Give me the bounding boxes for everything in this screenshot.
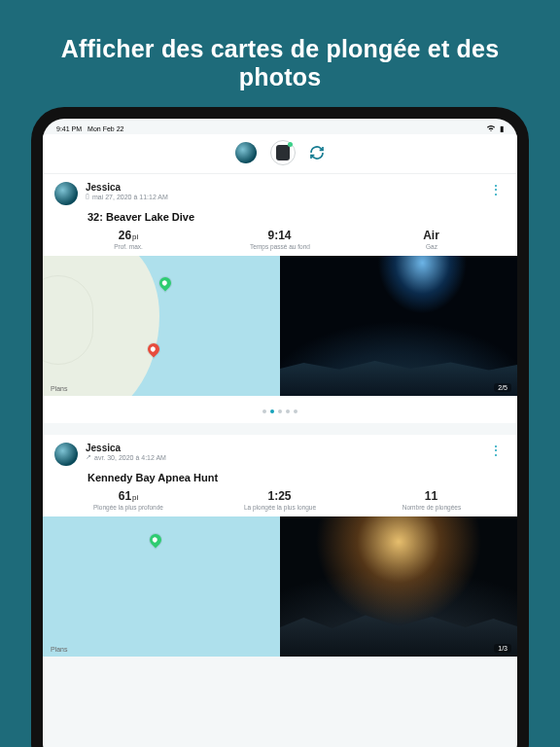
device-watch-button[interactable] — [270, 140, 296, 165]
username: Jessica — [86, 182, 485, 193]
photo-counter: 1/3 — [494, 644, 511, 653]
map-attribution: Plans — [49, 385, 68, 392]
battery-icon: ▮ — [500, 124, 504, 133]
photo-pane[interactable]: 2/5 — [280, 256, 517, 396]
datetime: ▯ mai 27, 2020 à 11:12 AM — [86, 193, 485, 200]
profile-avatar-button[interactable] — [235, 142, 257, 163]
dive-card[interactable]: Jessica ▯ mai 27, 2020 à 11:12 AM ⋮ 32: … — [43, 174, 517, 423]
media-row[interactable]: Plans 1/3 — [43, 516, 517, 657]
stat-max-depth: 26pi Prof. max. — [52, 229, 204, 250]
map-pane[interactable]: Plans — [43, 256, 280, 396]
promo-title: Afficher des cartes de plongée et des ph… — [0, 0, 560, 91]
stats-row: 61pi Plongée la plus profonde 1:25 La pl… — [43, 489, 517, 516]
dive-card[interactable]: Jessica ↗ avr. 30, 2020 à 4:12 AM ⋮ Kenn… — [43, 435, 517, 657]
dive-title: 32: Beaver Lake Dive — [43, 205, 517, 229]
stats-row: 26pi Prof. max. 9:14 Temps passé au fond… — [43, 229, 517, 256]
feed[interactable]: Jessica ▯ mai 27, 2020 à 11:12 AM ⋮ 32: … — [43, 174, 517, 747]
map-pin-start-icon[interactable] — [158, 275, 174, 292]
tablet-frame: 9:41 PM Mon Feb 22 ▮ Jessica — [31, 107, 529, 747]
sync-icon[interactable] — [309, 145, 325, 160]
dive-photo — [280, 516, 517, 657]
status-bar: 9:41 PM Mon Feb 22 ▮ — [43, 119, 517, 134]
screen: 9:41 PM Mon Feb 22 ▮ Jessica — [43, 119, 517, 747]
more-vertical-icon[interactable]: ⋮ — [485, 182, 506, 197]
media-row[interactable]: Plans 2/5 — [43, 256, 517, 396]
photo-counter: 2/5 — [494, 383, 511, 392]
photo-pane[interactable]: 1/3 — [280, 516, 517, 657]
stat-deepest-dive: 61pi Plongée la plus profonde — [52, 489, 204, 511]
stat-longest-dive: 1:25 La plongée la plus longue — [204, 489, 356, 511]
status-date: Mon Feb 22 — [88, 125, 123, 132]
freedive-icon: ↗ — [86, 453, 91, 461]
status-right: ▮ — [486, 124, 504, 133]
dive-photo — [280, 256, 517, 396]
stat-bottom-time: 9:14 Temps passé au fond — [204, 229, 356, 250]
stat-gas: Air Gaz — [356, 229, 508, 250]
top-nav — [43, 134, 517, 174]
datetime: ↗ avr. 30, 2020 à 4:12 AM — [86, 453, 485, 461]
more-vertical-icon[interactable]: ⋮ — [485, 443, 506, 458]
dive-title: Kennedy Bay Apnea Hunt — [43, 466, 517, 489]
pagination-dots[interactable] — [43, 396, 517, 423]
map-pane[interactable]: Plans — [43, 516, 280, 657]
map-pin-start-icon[interactable] — [148, 532, 164, 549]
user-avatar[interactable] — [54, 443, 78, 466]
wifi-icon — [486, 124, 496, 132]
stat-dive-count: 11 Nombre de plongées — [356, 489, 508, 511]
username: Jessica — [86, 443, 485, 453]
tank-icon: ▯ — [86, 193, 89, 200]
map-attribution: Plans — [49, 646, 68, 653]
user-avatar[interactable] — [54, 182, 78, 205]
status-time: 9:41 PM — [56, 125, 82, 132]
